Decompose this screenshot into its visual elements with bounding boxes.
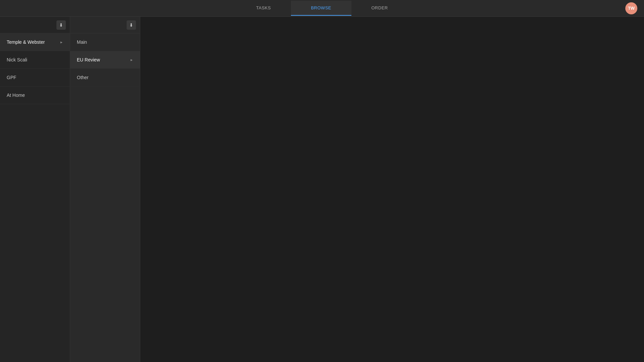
tab-tasks[interactable]: TASKS	[236, 1, 291, 16]
sidebar-item-label: At Home	[7, 93, 25, 98]
sidebar-l2-item-label: Other	[77, 75, 89, 80]
sidebar-l2-header: ⬇	[70, 17, 140, 33]
tab-browse[interactable]: BROWSE	[291, 1, 351, 16]
main-content: ⬇ Temple & Webster ► Nick Scali GPF At H…	[0, 17, 644, 362]
sidebar-item-label: Nick Scali	[7, 57, 27, 62]
sidebar-level-2: ⬇ Main EU Review ► Other	[70, 17, 140, 362]
sidebar-item-nick-scali[interactable]: Nick Scali	[0, 51, 70, 69]
sidebar-l1-header: ⬇	[0, 17, 70, 33]
chevron-right-icon: ►	[60, 40, 63, 44]
tab-order[interactable]: ORDER	[351, 1, 408, 16]
nav-tabs: TASKS BROWSE ORDER	[236, 1, 408, 16]
sidebar-item-label: Temple & Webster	[7, 39, 45, 45]
sidebar-level-1: ⬇ Temple & Webster ► Nick Scali GPF At H…	[0, 17, 70, 362]
collapse-icon-l2: ⬇	[129, 22, 133, 28]
sidebar-l2-item-main[interactable]: Main	[70, 33, 140, 51]
sidebar-l2-item-label: EU Review	[77, 57, 100, 62]
top-nav: TASKS BROWSE ORDER TW	[0, 0, 644, 17]
sidebar-item-gpf[interactable]: GPF	[0, 69, 70, 86]
collapse-icon: ⬇	[59, 22, 63, 28]
sidebar-l2-collapse-icon[interactable]: ⬇	[127, 20, 136, 30]
sidebar-item-at-home[interactable]: At Home	[0, 86, 70, 104]
content-area	[140, 17, 644, 362]
sidebar-l2-item-eu-review[interactable]: EU Review ►	[70, 51, 140, 69]
sidebar-item-label: GPF	[7, 75, 16, 80]
sidebar-l1-collapse-icon[interactable]: ⬇	[56, 20, 66, 30]
sidebar-item-temple-webster[interactable]: Temple & Webster ►	[0, 33, 70, 51]
avatar[interactable]: TW	[625, 2, 637, 14]
sidebar-l2-item-label: Main	[77, 39, 87, 45]
sidebar-l2-item-other[interactable]: Other	[70, 69, 140, 86]
chevron-right-icon-l2: ►	[130, 58, 133, 62]
